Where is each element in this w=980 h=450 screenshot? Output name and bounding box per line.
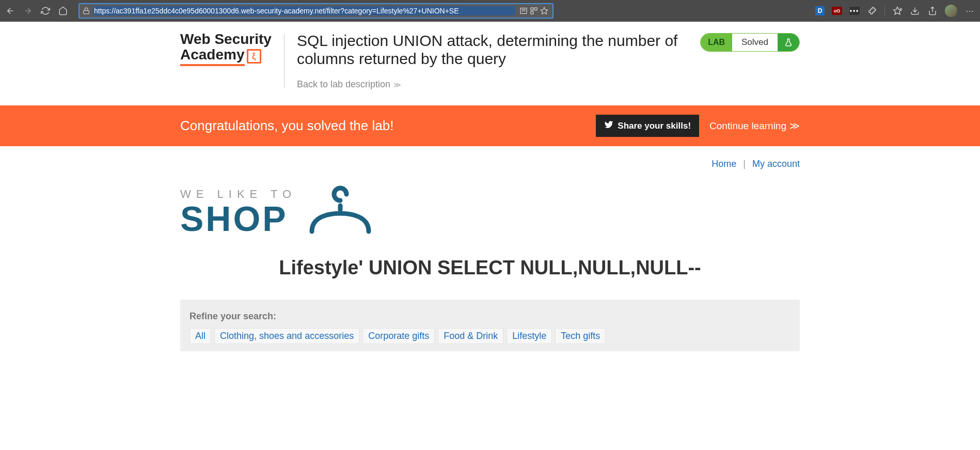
refine-link[interactable]: Clothing, shoes and accessories [214, 328, 359, 344]
back-icon[interactable] [5, 6, 15, 16]
favorite-icon[interactable] [539, 6, 549, 16]
chevron-right-icon: ≫ [789, 120, 800, 132]
refine-search-box: Refine your search: All Clothing, shoes … [180, 300, 800, 351]
hanger-icon [307, 185, 374, 236]
share-icon[interactable] [927, 6, 938, 16]
browser-toolbar: https://ac391ffa1e25ddc4c0e95d60001300d6… [0, 0, 980, 22]
category-heading: Lifestyle' UNION SELECT NULL,NULL,NULL-- [180, 252, 800, 300]
refine-link[interactable]: Corporate gifts [362, 328, 435, 344]
continue-link-text: Continue learning [709, 120, 786, 132]
header-divider [284, 34, 284, 88]
pill-lab-badge: LAB [701, 34, 732, 51]
logo-glyph-icon: ξ [247, 49, 261, 64]
shop-hero: WE LIKE TO SHOP [180, 175, 800, 252]
svg-rect-0 [84, 10, 89, 13]
pill-status-text: Solved [732, 34, 778, 51]
toolbar-divider [884, 6, 885, 16]
profile-avatar[interactable] [945, 5, 957, 17]
congrats-text: Congratulations, you solved the lab! [180, 118, 586, 134]
svg-marker-7 [541, 7, 547, 14]
favorites-list-icon[interactable] [892, 6, 903, 16]
qr-icon[interactable] [529, 6, 539, 16]
menu-icon[interactable]: ⋯ [965, 6, 975, 16]
back-to-description-link[interactable]: Back to lab description ≫ [297, 79, 688, 90]
svg-rect-4 [531, 8, 533, 10]
forward-icon[interactable] [23, 6, 33, 16]
extension-ublock-icon[interactable]: uO [832, 7, 842, 15]
lab-header: Web Security Academy ξ SQL injection UNI… [180, 22, 800, 95]
reload-icon[interactable] [40, 6, 51, 16]
success-banner: Congratulations, you solved the lab! Sha… [0, 105, 980, 146]
svg-marker-8 [894, 7, 902, 14]
refine-title: Refine your search: [189, 311, 791, 322]
svg-rect-6 [531, 11, 533, 14]
url-text[interactable]: https://ac391ffa1e25ddc4c0e95d60001300d6… [93, 6, 515, 15]
refine-link[interactable]: Lifestyle [507, 328, 552, 344]
refine-link[interactable]: Tech gifts [555, 328, 606, 344]
lab-status-pill: LAB Solved [700, 33, 800, 52]
share-skills-button[interactable]: Share your skills! [596, 115, 699, 137]
extension-d-icon[interactable]: D [815, 6, 825, 15]
reader-icon[interactable] [518, 6, 529, 16]
academy-logo[interactable]: Web Security Academy ξ [180, 32, 272, 66]
home-icon[interactable] [58, 6, 68, 16]
refine-link[interactable]: Food & Drink [438, 328, 503, 344]
lock-icon [83, 7, 90, 14]
top-nav: Home | My account [180, 146, 800, 175]
twitter-icon [604, 120, 613, 132]
logo-line2: Academy [180, 46, 245, 66]
flask-icon [778, 34, 799, 51]
extension-more-icon[interactable]: ••• [849, 7, 860, 15]
hero-shop-word: SHOP [180, 201, 296, 236]
home-link[interactable]: Home [712, 159, 736, 169]
refine-link[interactable]: All [189, 328, 211, 344]
back-link-text: Back to lab description [297, 79, 390, 90]
toolbar-right: D uO ••• ⋯ [815, 5, 975, 17]
lab-title: SQL injection UNION attack, determining … [297, 32, 688, 68]
continue-learning-link[interactable]: Continue learning ≫ [709, 120, 800, 132]
svg-rect-5 [534, 8, 537, 10]
share-button-label: Share your skills! [618, 121, 691, 131]
extensions-icon[interactable] [867, 6, 877, 16]
chevron-right-icon: ≫ [393, 81, 401, 89]
nav-separator: | [743, 159, 746, 169]
download-icon[interactable] [910, 6, 920, 16]
refine-links: All Clothing, shoes and accessories Corp… [189, 328, 791, 344]
my-account-link[interactable]: My account [752, 159, 800, 169]
address-bar[interactable]: https://ac391ffa1e25ddc4c0e95d60001300d6… [78, 3, 554, 19]
logo-line1: Web Security [180, 32, 272, 46]
